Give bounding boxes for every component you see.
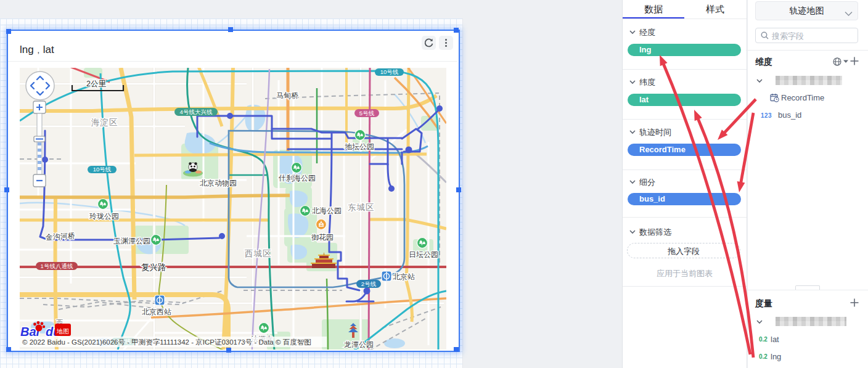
svg-text:龙潭公园: 龙潭公园 bbox=[344, 340, 374, 349]
svg-text:玉渊潭公园: 玉渊潭公园 bbox=[113, 237, 150, 245]
svg-text:2号线: 2号线 bbox=[361, 280, 377, 287]
svg-text:10号线: 10号线 bbox=[380, 68, 399, 75]
svg-text:北京西站: 北京西站 bbox=[142, 308, 171, 316]
svg-text:4号线大兴线: 4号线大兴线 bbox=[180, 108, 213, 115]
svg-text:地坛公园: 地坛公园 bbox=[345, 142, 374, 151]
svg-text:马甸桥: 马甸桥 bbox=[276, 91, 298, 100]
svg-text:东城区: 东城区 bbox=[348, 203, 375, 212]
svg-text:什刹海公园: 什刹海公园 bbox=[278, 174, 316, 182]
svg-text:10号线: 10号线 bbox=[93, 166, 112, 173]
svg-text:北京站: 北京站 bbox=[393, 272, 415, 281]
svg-text:玲珑公园: 玲珑公园 bbox=[89, 212, 119, 221]
svg-text:2公里: 2公里 bbox=[86, 80, 106, 88]
svg-text:复兴路: 复兴路 bbox=[141, 263, 166, 272]
svg-text:北海公园: 北海公园 bbox=[312, 206, 342, 215]
svg-text:西城区: 西城区 bbox=[245, 249, 272, 258]
svg-text:金沟河桥: 金沟河桥 bbox=[44, 232, 75, 242]
svg-text:地图: 地图 bbox=[56, 328, 69, 335]
svg-text:日坛公园: 日坛公园 bbox=[409, 250, 438, 259]
svg-text:御花园: 御花园 bbox=[311, 233, 334, 242]
svg-text:1号线八通线: 1号线八通线 bbox=[41, 263, 73, 270]
svg-text:© 2022 Baidu - GS(2021)6026号 -: © 2022 Baidu - GS(2021)6026号 - 甲测资字11111… bbox=[22, 338, 311, 346]
svg-text:5号线: 5号线 bbox=[359, 110, 375, 117]
svg-text:北京动物园: 北京动物园 bbox=[200, 179, 237, 187]
svg-text:海淀区: 海淀区 bbox=[91, 118, 118, 127]
